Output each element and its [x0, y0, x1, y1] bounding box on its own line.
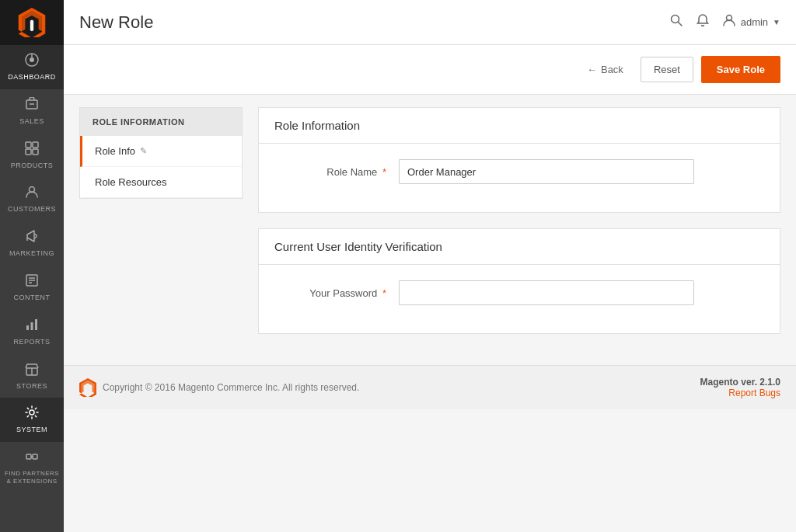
sidebar-item-dashboard[interactable]: DASHBOARD	[0, 45, 64, 89]
password-input[interactable]	[399, 280, 694, 305]
report-bugs-link[interactable]: Report Bugs	[700, 388, 780, 398]
products-icon	[25, 141, 39, 159]
role-name-label: Role Name *	[274, 166, 399, 178]
reports-icon	[25, 318, 39, 336]
password-label: Your Password *	[274, 287, 399, 299]
left-panel: ROLE INFORMATION Role Info ✎ Role Resour…	[79, 107, 243, 349]
page-title: New Role	[79, 12, 153, 33]
sidebar-item-customers[interactable]: CUSTOMERS	[0, 177, 64, 221]
sidebar-item-label: STORES	[16, 382, 47, 391]
magento-logo-icon	[17, 8, 47, 37]
sidebar-item-label: CUSTOMERS	[8, 205, 56, 214]
svg-rect-15	[26, 325, 29, 330]
sidebar-item-label: REPORTS	[14, 338, 51, 346]
svg-rect-17	[35, 319, 37, 330]
nav-item-role-info[interactable]: Role Info ✎	[80, 136, 242, 167]
footer-version: Magento ver. 2.1.0	[700, 377, 780, 388]
sidebar-item-products[interactable]: PRODUCTS	[0, 134, 64, 178]
action-bar: ← Back Reset Save Role	[64, 45, 796, 95]
sidebar-item-marketing[interactable]: MARKETING	[0, 221, 64, 266]
sidebar-item-stores[interactable]: STORES	[0, 354, 64, 398]
edit-icon: ✎	[140, 146, 147, 156]
save-role-button[interactable]: Save Role	[701, 56, 780, 83]
svg-point-20	[30, 410, 34, 415]
svg-rect-7	[26, 149, 31, 155]
required-indicator: *	[382, 287, 386, 299]
main-content: New Role admin ▼ ← Back Reset	[64, 0, 796, 532]
sidebar-item-system[interactable]: SYSTEM	[0, 398, 64, 442]
topbar: New Role admin ▼	[64, 0, 796, 45]
required-indicator: *	[382, 166, 386, 178]
sidebar-item-label: FIND PARTNERS & EXTENSIONS	[3, 470, 61, 485]
user-dropdown-icon: ▼	[773, 18, 780, 26]
topbar-actions: admin ▼	[669, 13, 780, 31]
user-menu[interactable]: admin ▼	[722, 13, 780, 31]
footer-logo-area: Copyright © 2016 Magento Commerce Inc. A…	[79, 378, 359, 397]
footer-right: Magento ver. 2.1.0 Report Bugs	[700, 377, 780, 398]
panel-card: ROLE INFORMATION Role Info ✎ Role Resour…	[79, 107, 243, 199]
footer-copyright: Copyright © 2016 Magento Commerce Inc. A…	[103, 382, 359, 393]
footer: Copyright © 2016 Magento Commerce Inc. A…	[64, 365, 796, 409]
svg-rect-8	[33, 149, 38, 155]
sales-icon	[25, 97, 39, 115]
role-information-section: Role Information Role Name *	[258, 107, 780, 213]
content-area: ← Back Reset Save Role ROLE INFORMATION …	[64, 45, 796, 532]
sidebar-item-find-partners[interactable]: FIND PARTNERS & EXTENSIONS	[0, 442, 64, 492]
customers-icon	[25, 185, 39, 203]
marketing-icon	[25, 229, 39, 247]
sidebar-item-content[interactable]: CONTENT	[0, 266, 64, 310]
back-arrow-icon: ←	[587, 64, 597, 75]
sidebar-item-label: SALES	[19, 117, 44, 126]
svg-rect-16	[31, 322, 33, 330]
notifications-icon[interactable]	[696, 13, 710, 31]
page-body: ROLE INFORMATION Role Info ✎ Role Resour…	[64, 107, 796, 365]
role-info-label: Role Info	[95, 145, 135, 157]
sidebar-item-label: DASHBOARD	[8, 73, 56, 82]
role-name-input[interactable]	[399, 159, 694, 184]
back-button[interactable]: ← Back	[578, 57, 633, 82]
system-icon	[25, 405, 39, 423]
content-icon	[25, 273, 39, 291]
role-name-row: Role Name *	[274, 159, 764, 184]
sidebar: DASHBOARD SALES PRODUCTS CUSTOMERS MARKE…	[0, 0, 64, 532]
reset-button[interactable]: Reset	[641, 57, 693, 82]
svg-rect-5	[26, 142, 31, 148]
user-name: admin	[741, 16, 768, 28]
search-icon[interactable]	[669, 13, 683, 31]
sidebar-item-reports[interactable]: REPORTS	[0, 310, 64, 354]
svg-rect-6	[33, 142, 38, 148]
footer-magento-icon	[79, 378, 96, 397]
right-panel: Role Information Role Name * Current	[258, 107, 780, 349]
identity-verification-section: Current User Identity Verification Your …	[258, 228, 780, 334]
panel-header: ROLE INFORMATION	[80, 108, 242, 136]
sidebar-logo	[0, 0, 64, 45]
find-partners-icon	[25, 450, 39, 468]
sidebar-item-label: SYSTEM	[16, 426, 47, 434]
identity-verification-header: Current User Identity Verification	[259, 229, 780, 265]
role-information-body: Role Name *	[259, 144, 780, 212]
sidebar-item-label: PRODUCTS	[11, 162, 54, 170]
sidebar-item-sales[interactable]: SALES	[0, 89, 64, 134]
sidebar-item-label: MARKETING	[9, 249, 54, 258]
stores-icon	[25, 362, 39, 380]
svg-rect-21	[26, 454, 31, 459]
svg-point-1	[30, 57, 34, 62]
identity-verification-body: Your Password *	[259, 265, 780, 333]
password-row: Your Password *	[274, 280, 764, 305]
role-resources-label: Role Resources	[95, 176, 167, 188]
user-avatar-icon	[722, 13, 736, 31]
dashboard-icon	[25, 53, 39, 71]
svg-line-25	[678, 23, 682, 26]
role-information-header: Role Information	[259, 108, 780, 144]
nav-item-role-resources[interactable]: Role Resources	[80, 167, 242, 198]
svg-rect-22	[33, 454, 37, 459]
sidebar-item-label: CONTENT	[14, 294, 51, 302]
